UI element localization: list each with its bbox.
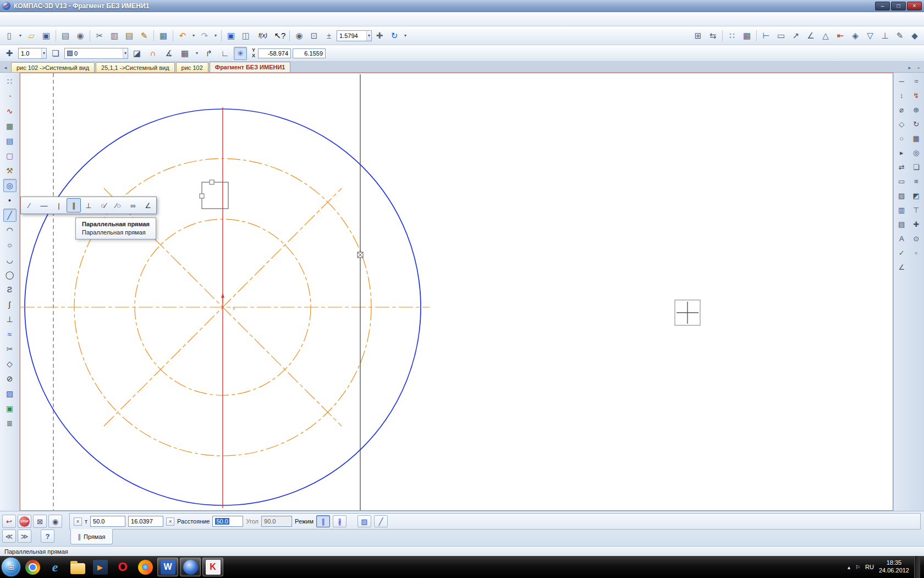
hammer-tool-icon[interactable]: ⚒ xyxy=(3,164,16,177)
rotate-icon[interactable]: ↻ xyxy=(910,118,922,130)
small-square-icon[interactable]: ▫ xyxy=(910,247,922,259)
swap-arrows-icon[interactable]: ⇄ xyxy=(895,161,908,173)
perpendicular-line-icon[interactable]: ⊥ xyxy=(81,198,96,212)
perpendicular-icon[interactable]: ⊥ xyxy=(3,313,16,326)
snap-points-icon[interactable]: ∷ xyxy=(725,29,739,43)
angle-snap-icon[interactable]: ∡ xyxy=(162,46,176,61)
point-x-field[interactable]: 50.0 xyxy=(90,516,125,527)
tab-fragment-unnamed[interactable]: Фрагмент БЕЗ ИМЕНИ1 xyxy=(210,62,291,72)
text-tool-icon[interactable]: A xyxy=(895,232,908,245)
frame-rect-icon[interactable]: ▭ xyxy=(895,175,908,188)
menu-instruments[interactable] xyxy=(54,17,64,21)
next-params-button[interactable]: ≫ xyxy=(18,530,31,543)
snapshot-button[interactable]: ◉ xyxy=(48,515,62,528)
context-help-icon[interactable]: ↖? xyxy=(273,29,287,43)
dim-rhombus-icon[interactable]: ◇ xyxy=(895,118,908,130)
clock[interactable]: 18:35 24.06.2012 xyxy=(879,559,909,575)
stop-button[interactable]: STOP xyxy=(18,515,31,528)
stairs-icon[interactable]: ≣ xyxy=(3,417,16,430)
snap-toggle-icon[interactable]: ✳ xyxy=(234,47,247,60)
kompas-icon[interactable] xyxy=(180,558,201,576)
tab-scroll-right-icon[interactable]: ► xyxy=(905,63,914,72)
zoom-in-out-icon[interactable]: ± xyxy=(322,29,336,43)
prev-params-button[interactable]: ≪ xyxy=(2,530,16,543)
circle-icon[interactable]: ○ xyxy=(3,238,16,252)
point-y-field[interactable]: 16.0397 xyxy=(128,516,163,527)
menu-editor[interactable] xyxy=(14,17,24,21)
tab-line[interactable]: ∥ Прямая xyxy=(70,529,113,544)
eraser-icon[interactable]: ◪ xyxy=(130,46,144,61)
specification-icon[interactable]: ▦ xyxy=(156,29,170,43)
menu-insert[interactable] xyxy=(44,17,54,21)
frame-icon[interactable]: ▢ xyxy=(3,149,16,162)
plus-circle-icon[interactable]: ⊕ xyxy=(910,103,922,116)
dot-circle-icon[interactable]: ⊙ xyxy=(910,232,922,245)
line-tool-icon[interactable]: ╱ xyxy=(3,209,16,222)
menu-libraries[interactable] xyxy=(103,17,113,21)
firefox-icon[interactable] xyxy=(135,558,156,576)
check-icon[interactable]: ✓ xyxy=(895,247,908,259)
redo-icon[interactable]: ↷ xyxy=(197,29,212,43)
cursor-step-icon[interactable]: ✚ xyxy=(2,46,16,61)
remember-state-button[interactable]: ⊠ xyxy=(33,515,47,528)
style-plain-button[interactable]: ╱ xyxy=(374,515,388,527)
hatch-icon[interactable]: ▨ xyxy=(3,387,16,400)
horizontal-line-icon[interactable]: ― xyxy=(37,198,51,212)
edit-pencil-icon[interactable]: ✎ xyxy=(893,29,907,43)
slope-icon[interactable]: △ xyxy=(818,29,833,43)
print-preview-icon[interactable]: ◉ xyxy=(73,29,87,43)
y-coordinate-field[interactable]: -58.974 xyxy=(258,48,291,58)
grid-dropdown-icon[interactable]: ▾ xyxy=(194,46,200,61)
menu-file[interactable] xyxy=(4,17,14,21)
x-coordinate-field[interactable]: 6.1559 xyxy=(293,48,326,58)
tee-icon[interactable]: ⊤ xyxy=(910,204,922,216)
parallel-line-icon[interactable]: ∥ xyxy=(67,198,81,212)
curve-icon[interactable]: ∿ xyxy=(3,105,16,118)
ordinate-icon[interactable]: ⊢ xyxy=(759,29,773,43)
arc-low-icon[interactable]: ◡ xyxy=(3,253,16,266)
menu-service[interactable] xyxy=(74,17,84,21)
helper-grid-icon[interactable]: ⊞ xyxy=(691,29,705,43)
menu-specification[interactable] xyxy=(64,17,74,21)
undo-icon[interactable]: ↶ xyxy=(175,29,190,43)
new-dropdown-icon[interactable]: ▾ xyxy=(17,29,24,43)
distance-field[interactable]: 50.0 xyxy=(212,516,243,527)
mode-two-lines-button[interactable]: ∦ xyxy=(333,515,346,527)
drawing-canvas[interactable]: x ⁄―|∥⊥○⁄⁄○∞∠ Параллельная прямая Паралл… xyxy=(20,73,893,511)
marker-arrow-icon[interactable]: ▸ xyxy=(895,146,908,159)
pan-icon[interactable]: ✚ xyxy=(372,29,387,43)
copy-icon[interactable]: ▥ xyxy=(107,29,122,43)
cut-icon[interactable]: ✂ xyxy=(92,29,107,43)
menu-select[interactable] xyxy=(24,17,34,21)
kompas-k-icon[interactable]: K xyxy=(202,558,223,576)
refresh-dropdown-icon[interactable]: ▾ xyxy=(402,29,409,43)
dim-diameter-icon[interactable]: ⌀ xyxy=(895,103,908,116)
menu-window[interactable] xyxy=(84,17,94,21)
tangent-line-external-icon[interactable]: ○⁄ xyxy=(96,198,111,212)
compass-icon[interactable]: ◔ xyxy=(3,90,16,103)
slash-circle-icon[interactable]: ⊘ xyxy=(3,372,16,385)
tab-2511-system-view[interactable]: 25,1,1 ->Системный вид xyxy=(96,62,175,72)
sheet-icon[interactable]: ▤ xyxy=(3,134,16,148)
save-icon[interactable]: ▣ xyxy=(39,29,53,43)
word-icon[interactable]: W xyxy=(157,558,178,576)
tangent-two-curves-icon[interactable]: ∞ xyxy=(126,198,140,212)
menu-help[interactable] xyxy=(94,17,103,21)
diamond-icon[interactable]: ◈ xyxy=(848,29,862,43)
ellipse-icon[interactable]: ◯ xyxy=(3,268,16,281)
wave-tool-icon[interactable]: ≈ xyxy=(910,75,922,88)
surface-finish-icon[interactable]: ▽ xyxy=(863,29,877,43)
more-tools-icon[interactable]: ◆ xyxy=(908,29,922,43)
media-player-icon[interactable]: ▶ xyxy=(90,558,111,576)
distance-lock-icon[interactable]: × xyxy=(166,517,174,526)
bezier-icon[interactable]: ∫ xyxy=(3,298,16,311)
folder-icon[interactable] xyxy=(67,558,88,576)
menu-view[interactable] xyxy=(34,17,44,21)
paste-icon[interactable]: ▤ xyxy=(122,29,136,43)
dim-line-icon[interactable]: ─ xyxy=(895,75,908,88)
opera-icon[interactable]: O xyxy=(112,558,133,576)
undo-dropdown-icon[interactable]: ▾ xyxy=(190,29,197,43)
leader-icon[interactable]: ↗ xyxy=(789,29,803,43)
minimize-button[interactable]: – xyxy=(875,2,890,10)
fx-button[interactable]: f(x) xyxy=(254,29,272,43)
